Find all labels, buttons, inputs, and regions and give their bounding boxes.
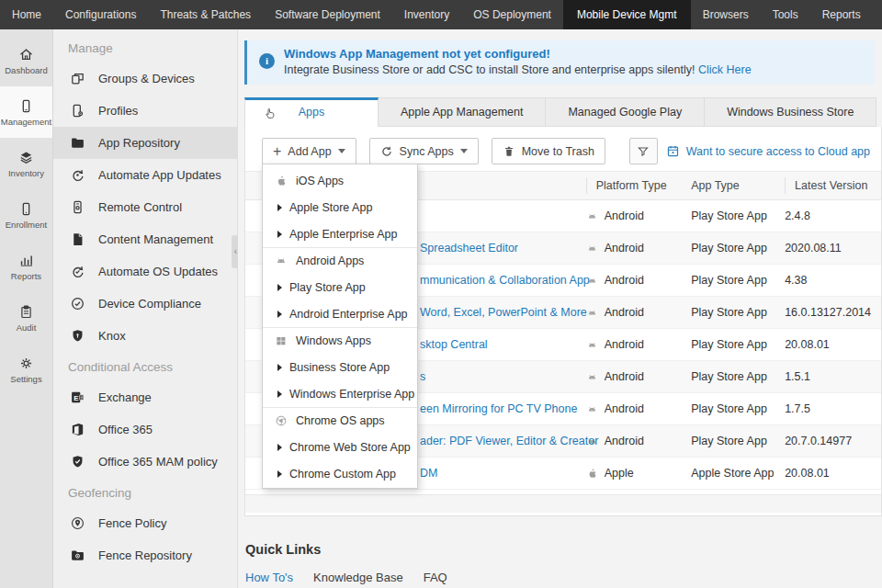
sidebar-label-profiles: Profiles (98, 104, 138, 118)
quick-link-how-to-s[interactable]: How To's (245, 571, 293, 584)
menu-item-apple-enterprise-app[interactable]: Apple Enterprise App (263, 220, 417, 247)
profile-gear-icon (70, 103, 85, 119)
layers-icon (18, 150, 34, 165)
menu-item-apple-store-app[interactable]: Apple Store App (263, 194, 417, 220)
menu-item-play-store-app[interactable]: Play Store App (263, 274, 417, 300)
menu-item-chrome-custom-app[interactable]: Chrome Custom App (263, 460, 417, 487)
rail-item-management[interactable]: Management (0, 86, 52, 138)
sidebar-item-exchange[interactable]: EExchange (53, 381, 237, 413)
sidebar-item-office-365[interactable]: Office 365 (53, 413, 237, 446)
app-name-link[interactable]: ader: PDF Viewer, Editor & Creator (420, 435, 598, 447)
cell-latest-version: 1.7.5 (785, 402, 881, 415)
caret-down-icon (460, 149, 468, 153)
sidebar-item-automate-app-updates[interactable]: Automate App Updates (53, 159, 237, 191)
cell-app-type: Play Store App (691, 402, 785, 415)
rail-label-inventory: Inventory (8, 168, 44, 178)
sidebar-item-fence-policy[interactable]: Fence Policy (53, 507, 237, 539)
banner-click-here-link[interactable]: Click Here (698, 63, 752, 76)
topnav-item-tools[interactable]: Tools (761, 0, 810, 29)
app-name-link[interactable]: DM (420, 467, 437, 480)
sidebar-label-fence-policy: Fence Policy (98, 516, 166, 530)
tab-apple-app-management[interactable]: Apple App Management (379, 97, 546, 127)
menu-item-business-store-app[interactable]: Business Store App (263, 354, 417, 380)
sidebar-item-app-repository[interactable]: App Repository (53, 127, 237, 159)
sidebar-section-geofencing: Geofencing (53, 478, 237, 507)
cell-latest-version: 2.4.8 (785, 209, 881, 222)
menu-item-label: Play Store App (289, 281, 366, 294)
windows-icon (275, 334, 288, 347)
sidebar-label-exchange: Exchange (98, 390, 152, 404)
toolbar: + Add App Sync Apps Move to Trash (262, 138, 870, 164)
triangle-right-icon (277, 311, 282, 318)
phone-icon (18, 98, 34, 114)
rail-item-enrollment[interactable]: Enrollment (0, 189, 52, 241)
menu-group-ios-apps: iOS Apps (263, 167, 417, 194)
rail-item-dashboard[interactable]: Dashboard (0, 35, 52, 86)
menu-item-android-enterprise-app[interactable]: Android Enterprise App (263, 300, 417, 327)
app-name-link[interactable]: Word, Excel, PowerPoint & More (420, 306, 587, 319)
app-name-link[interactable]: mmunication & Collaboration App (420, 274, 590, 287)
sidebar-item-fence-repository[interactable]: Fence Repository (53, 539, 237, 571)
cell-platform-type: Android (586, 338, 691, 351)
quick-links-row: How To'sKnowledge BaseFAQ (245, 571, 447, 584)
sidebar-item-profiles[interactable]: Profiles (53, 95, 237, 127)
cell-latest-version: 20.08.01 (785, 338, 881, 351)
topnav-item-browsers[interactable]: Browsers (691, 0, 761, 29)
filter-button[interactable] (629, 138, 658, 164)
sidebar-item-remote-control[interactable]: Remote Control (53, 191, 237, 223)
topnav-item-admin[interactable]: Admin (873, 0, 882, 29)
topnav-item-configurations[interactable]: Configurations (53, 0, 148, 29)
cell-platform-type: Android (586, 370, 691, 383)
exchange-icon: E (70, 390, 85, 405)
rail-label-enrollment: Enrollment (6, 220, 47, 230)
sidebar-label-automate-app-updates: Automate App Updates (98, 168, 221, 182)
menu-item-label: Apple Enterprise App (289, 228, 397, 241)
cell-latest-version: 20.08.01 (785, 467, 881, 480)
topnav-item-home[interactable]: Home (0, 0, 53, 29)
quick-link-knowledge-base[interactable]: Knowledge Base (313, 571, 403, 584)
sidebar-label-content-management: Content Management (98, 232, 213, 246)
secure-link-label: Want to secure access to Cloud app (686, 145, 870, 158)
quick-link-faq[interactable]: FAQ (424, 571, 447, 584)
app-name-link[interactable]: een Mirroring for PC TV Phone (420, 402, 577, 415)
sidebar-item-knox[interactable]: Knox (53, 320, 237, 352)
trash-icon (503, 145, 515, 158)
secure-cloud-access-link[interactable]: Want to secure access to Cloud app (666, 144, 870, 158)
rail-item-inventory[interactable]: Inventory (0, 138, 52, 189)
table-footer-strip (245, 494, 881, 513)
sidebar-item-office-365-mam-policy[interactable]: Office 365 MAM policy (53, 446, 237, 478)
cell-platform-type: Android (586, 306, 691, 319)
move-to-trash-button[interactable]: Move to Trash (492, 138, 605, 164)
app-name-link[interactable]: s (420, 370, 425, 383)
tab-windows-business-store[interactable]: Windows Business Store (705, 97, 876, 127)
plus-icon: + (273, 144, 281, 159)
topnav-item-reports[interactable]: Reports (810, 0, 873, 29)
rail-item-audit[interactable]: Audit (0, 292, 52, 344)
topnav-item-mobile-device-mgmt[interactable]: Mobile Device Mgmt (563, 0, 691, 29)
column-header-app-type: App Type (691, 179, 785, 192)
column-header-latest-version: Latest Version (785, 177, 881, 194)
apple-icon (275, 175, 288, 187)
triangle-right-icon (277, 364, 282, 371)
topnav-item-os-deployment[interactable]: OS Deployment (461, 0, 563, 29)
topnav-item-threats-patches[interactable]: Threats & Patches (148, 0, 263, 29)
rail-item-reports[interactable]: Reports (0, 241, 52, 292)
add-app-button[interactable]: + Add App (262, 138, 356, 164)
move-to-trash-label: Move to Trash (522, 145, 594, 158)
tab-managed-google-play[interactable]: Managed Google Play (546, 97, 705, 127)
sidebar-label-fence-repository: Fence Repository (98, 548, 192, 562)
topnav-item-software-deployment[interactable]: Software Deployment (263, 0, 392, 29)
topnav-item-inventory[interactable]: Inventory (392, 0, 461, 29)
app-name-link[interactable]: Spreadsheet Editor (420, 242, 518, 254)
sync-apps-button[interactable]: Sync Apps (369, 138, 479, 164)
rail-item-settings[interactable]: Settings (0, 344, 52, 395)
sidebar-item-content-management[interactable]: Content Management (53, 223, 237, 255)
sidebar-item-groups-devices[interactable]: Groups & Devices (53, 62, 237, 95)
sidebar-item-device-compliance[interactable]: Device Compliance (53, 288, 237, 320)
menu-item-windows-enterprise-app[interactable]: Windows Enterprise App (263, 380, 417, 407)
app-name-link[interactable]: sktop Central (420, 338, 488, 351)
android-icon (586, 307, 598, 319)
menu-item-chrome-web-store-app[interactable]: Chrome Web Store App (263, 434, 417, 460)
sidebar-item-automate-os-updates[interactable]: Automate OS Updates (53, 255, 237, 288)
module-rail: DashboardManagementInventoryEnrollmentRe… (0, 29, 53, 588)
